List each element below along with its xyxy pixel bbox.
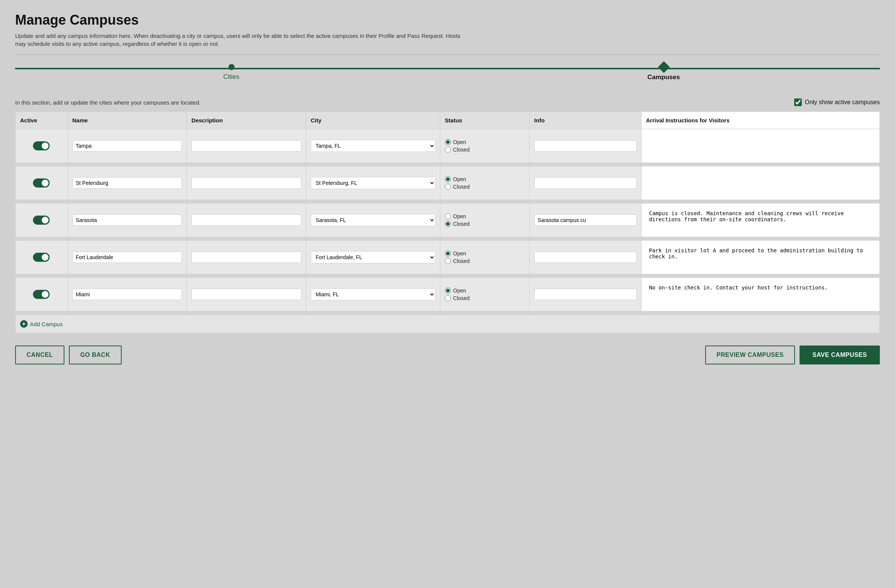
page-subtitle: Update and add any campus information he… <box>15 32 470 48</box>
active-toggle-sarasota[interactable] <box>33 216 50 225</box>
arrival-textarea-fort-lauderdale[interactable]: Park in visitor lot A and proceed to the… <box>646 244 875 269</box>
arrival-textarea-st-pete[interactable] <box>646 170 875 194</box>
radio-open-tampa[interactable]: Open <box>445 139 525 145</box>
th-arrival: Arrival Instructions for Visitors <box>641 112 879 129</box>
only-active-checkbox-label[interactable]: Only show active campuses <box>794 99 880 106</box>
desc-input-tampa[interactable] <box>191 140 301 152</box>
active-toggle-miami[interactable] <box>33 290 50 299</box>
table-row: Tampa, FLSt Petersburg, FLSarasota, FLFo… <box>16 203 880 237</box>
radio-open-miami[interactable]: Open <box>445 288 525 294</box>
only-active-label: Only show active campuses <box>805 99 880 106</box>
th-name: Name <box>67 112 187 129</box>
th-active: Active <box>16 112 68 129</box>
status-radio-st-pete: Open Closed <box>445 176 525 190</box>
save-campuses-button[interactable]: SAVE CAMPUSES <box>800 346 880 364</box>
name-input-st-pete[interactable] <box>72 177 182 189</box>
info-input-miami[interactable] <box>534 289 637 300</box>
spacer-row <box>16 311 880 315</box>
stepper-campuses[interactable]: Campuses <box>448 64 880 81</box>
only-active-checkbox[interactable] <box>794 99 802 106</box>
arrival-textarea-tampa[interactable] <box>646 133 875 157</box>
active-toggle-st-pete[interactable] <box>33 178 50 188</box>
city-select-st-pete[interactable]: Tampa, FLSt Petersburg, FLSarasota, FLFo… <box>311 177 435 189</box>
section-description: In this section, add or update the citie… <box>15 99 200 106</box>
plus-icon: + <box>20 320 28 328</box>
desc-input-sarasota[interactable] <box>191 214 301 226</box>
radio-open-st-pete[interactable]: Open <box>445 176 525 182</box>
radio-open-fort-lauderdale[interactable]: Open <box>445 250 525 256</box>
add-campus-label: Add Campus <box>30 321 63 327</box>
table-row: Tampa, FLSt Petersburg, FLSarasota, FLFo… <box>16 278 880 311</box>
th-city: City <box>306 112 440 129</box>
stepper-campuses-label: Campuses <box>648 74 680 81</box>
info-input-st-pete[interactable] <box>534 177 637 189</box>
info-input-sarasota[interactable] <box>534 214 637 226</box>
radio-closed-miami[interactable]: Closed <box>445 295 525 301</box>
section-header: In this section, add or update the citie… <box>15 99 880 106</box>
active-toggle-fort-lauderdale[interactable] <box>33 253 50 262</box>
status-radio-sarasota: Open Closed <box>445 213 525 227</box>
info-input-fort-lauderdale[interactable] <box>534 252 637 263</box>
spacer-row <box>16 163 880 166</box>
stepper-cities-label: Cities <box>223 73 239 81</box>
page-title: Manage Campuses <box>15 12 880 28</box>
table-row: Tampa, FLSt Petersburg, FLSarasota, FLFo… <box>16 129 880 163</box>
city-select-fort-lauderdale[interactable]: Tampa, FLSt Petersburg, FLSarasota, FLFo… <box>311 251 435 263</box>
desc-input-miami[interactable] <box>191 289 301 300</box>
footer: CANCEL GO BACK PREVIEW CAMPUSES SAVE CAM… <box>15 346 880 364</box>
name-input-sarasota[interactable] <box>72 214 182 226</box>
status-radio-fort-lauderdale: Open Closed <box>445 250 525 264</box>
arrival-textarea-sarasota[interactable]: Campus is closed. Maintenance and cleani… <box>646 207 875 231</box>
spacer-row <box>16 200 880 203</box>
cancel-button[interactable]: CANCEL <box>15 346 64 364</box>
city-select-sarasota[interactable]: Tampa, FLSt Petersburg, FLSarasota, FLFo… <box>311 214 435 226</box>
name-input-miami[interactable] <box>72 289 182 300</box>
spacer-row <box>16 237 880 241</box>
th-description: Description <box>187 112 306 129</box>
preview-campuses-button[interactable]: PREVIEW CAMPUSES <box>705 346 795 364</box>
desc-input-fort-lauderdale[interactable] <box>191 252 301 263</box>
desc-input-st-pete[interactable] <box>191 177 301 189</box>
status-radio-miami: Open Closed <box>445 288 525 301</box>
table-row: Tampa, FLSt Petersburg, FLSarasota, FLFo… <box>16 166 880 200</box>
th-info: Info <box>529 112 641 129</box>
th-status: Status <box>440 112 529 129</box>
table-row: Tampa, FLSt Petersburg, FLSarasota, FLFo… <box>16 241 880 274</box>
radio-closed-sarasota[interactable]: Closed <box>445 221 525 227</box>
spacer-row <box>16 274 880 278</box>
go-back-button[interactable]: GO BACK <box>69 346 122 364</box>
radio-closed-fort-lauderdale[interactable]: Closed <box>445 258 525 264</box>
stepper: Cities Campuses <box>15 64 880 92</box>
city-select-tampa[interactable]: Tampa, FLSt Petersburg, FLSarasota, FLFo… <box>311 140 435 152</box>
active-toggle-tampa[interactable] <box>33 141 50 150</box>
name-input-fort-lauderdale[interactable] <box>72 252 182 263</box>
stepper-cities[interactable]: Cities <box>15 64 448 81</box>
city-select-miami[interactable]: Tampa, FLSt Petersburg, FLSarasota, FLFo… <box>311 288 435 300</box>
campus-table: Active Name Description City Status Info… <box>15 111 880 315</box>
add-campus-button[interactable]: + Add Campus <box>20 320 63 328</box>
arrival-textarea-miami[interactable]: No on-site check in. Contact your host f… <box>646 281 875 306</box>
radio-open-sarasota[interactable]: Open <box>445 213 525 219</box>
radio-closed-tampa[interactable]: Closed <box>445 147 525 153</box>
radio-closed-st-pete[interactable]: Closed <box>445 184 525 190</box>
status-radio-tampa: Open Closed <box>445 139 525 153</box>
name-input-tampa[interactable] <box>72 140 182 152</box>
info-input-tampa[interactable] <box>534 140 637 152</box>
